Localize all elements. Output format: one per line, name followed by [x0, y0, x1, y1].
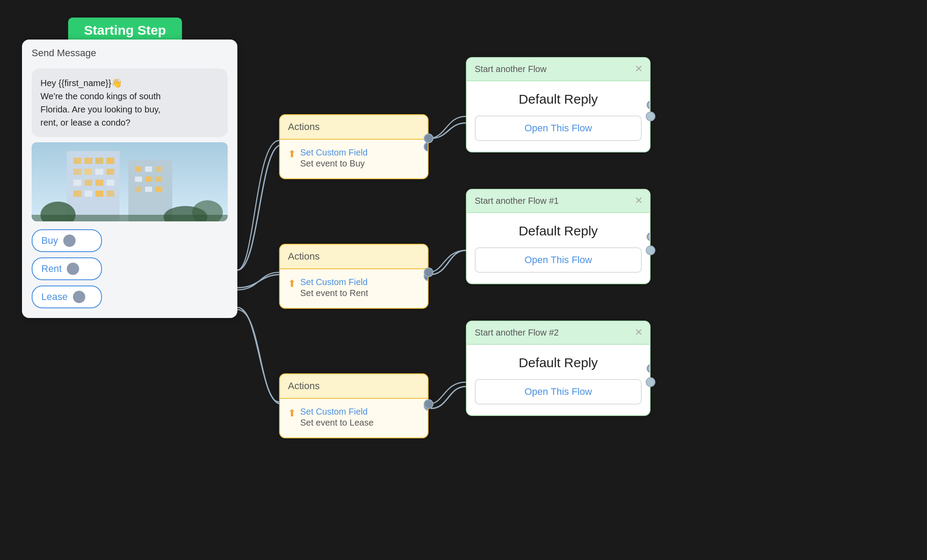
open-flow-label-rent: Open This Flow	[524, 254, 592, 265]
svg-rect-20	[145, 166, 152, 172]
custom-field-rent: ⬆ Set Custom Field Set event to Rent	[288, 277, 420, 298]
flow-header-buy: Start another Flow	[467, 58, 650, 81]
svg-rect-9	[106, 169, 114, 175]
svg-rect-16	[95, 191, 103, 197]
svg-rect-3	[84, 158, 92, 164]
actions-header-lease: Actions	[280, 374, 428, 399]
flow-header-label-buy: Start another Flow	[475, 64, 546, 74]
svg-rect-23	[145, 177, 152, 182]
upload-icon-buy: ⬆	[288, 148, 296, 160]
svg-rect-4	[95, 158, 103, 164]
actions-card-lease: Actions ⬆ Set Custom Field Set event to …	[279, 373, 429, 438]
flow-card-buy: Start another Flow Default Reply Open Th…	[466, 57, 651, 152]
open-flow-label-lease: Open This Flow	[524, 386, 592, 397]
rent-label: Rent	[41, 263, 62, 275]
choice-buttons: Buy Rent Lease	[32, 229, 228, 308]
actions-header-buy: Actions	[280, 115, 428, 140]
flow-header-label-rent: Start another Flow #1	[475, 196, 559, 206]
svg-rect-27	[155, 187, 162, 192]
field-label-buy: Set Custom Field	[300, 148, 367, 158]
svg-rect-11	[84, 180, 92, 186]
custom-field-lease: ⬆ Set Custom Field Set event to Lease	[288, 407, 420, 428]
flow-card-rent: Start another Flow #1 Default Reply Open…	[466, 189, 651, 284]
send-message-card: Send Message Hey {{first_name}}👋 We're t…	[22, 40, 237, 318]
flow-card-lease: Start another Flow #2 Default Reply Open…	[466, 321, 651, 416]
close-button-lease[interactable]: ✕	[635, 327, 643, 338]
lease-button[interactable]: Lease	[32, 285, 102, 308]
open-flow-label-buy: Open This Flow	[524, 123, 592, 134]
svg-rect-24	[155, 177, 162, 182]
svg-rect-5	[106, 158, 114, 164]
field-value-rent: Set event to Rent	[300, 288, 368, 298]
svg-rect-22	[135, 177, 142, 182]
lease-label: Lease	[41, 291, 68, 303]
buy-toggle	[63, 235, 76, 247]
field-label-lease: Set Custom Field	[300, 407, 374, 417]
default-reply-buy: Default Reply	[475, 92, 642, 107]
svg-rect-7	[84, 169, 92, 175]
svg-rect-17	[106, 191, 114, 197]
svg-rect-21	[155, 166, 162, 172]
svg-rect-12	[95, 180, 103, 186]
upload-icon-lease: ⬆	[288, 408, 296, 419]
rent-toggle	[67, 263, 79, 275]
card-header: Send Message	[22, 40, 237, 63]
svg-rect-25	[135, 187, 142, 192]
default-reply-rent: Default Reply	[475, 224, 642, 238]
svg-rect-19	[135, 166, 142, 172]
rent-button[interactable]: Rent	[32, 257, 102, 280]
svg-rect-13	[106, 180, 114, 186]
svg-rect-6	[73, 169, 81, 175]
custom-field-buy: ⬆ Set Custom Field Set event to Buy	[288, 148, 420, 169]
svg-rect-10	[73, 180, 81, 186]
flow-header-lease: Start another Flow #2	[467, 322, 650, 345]
message-bubble: Hey {{first_name}}👋 We're the condo king…	[32, 69, 228, 137]
svg-rect-8	[95, 169, 103, 175]
close-button-buy[interactable]: ✕	[635, 63, 643, 75]
open-flow-button-rent[interactable]: Open This Flow	[475, 247, 642, 273]
field-label-rent: Set Custom Field	[300, 277, 368, 287]
close-button-rent[interactable]: ✕	[635, 195, 643, 206]
actions-card-buy: Actions ⬆ Set Custom Field Set event to …	[279, 114, 429, 179]
buy-button[interactable]: Buy	[32, 229, 102, 252]
buy-label: Buy	[41, 235, 58, 246]
flow-header-rent: Start another Flow #1	[467, 190, 650, 213]
field-value-buy: Set event to Buy	[300, 159, 367, 169]
svg-rect-2	[73, 158, 81, 164]
flow-header-label-lease: Start another Flow #2	[475, 328, 559, 338]
open-flow-button-buy[interactable]: Open This Flow	[475, 116, 642, 141]
lease-toggle	[73, 291, 85, 303]
open-flow-button-lease[interactable]: Open This Flow	[475, 379, 642, 405]
upload-icon-rent: ⬆	[288, 278, 296, 289]
svg-rect-26	[145, 187, 152, 192]
actions-card-rent: Actions ⬆ Set Custom Field Set event to …	[279, 244, 429, 309]
svg-rect-14	[73, 191, 81, 197]
condo-image	[32, 142, 228, 221]
default-reply-lease: Default Reply	[475, 355, 642, 370]
svg-rect-31	[32, 215, 228, 221]
field-value-lease: Set event to Lease	[300, 418, 374, 428]
actions-header-rent: Actions	[280, 245, 428, 269]
svg-rect-15	[84, 191, 92, 197]
